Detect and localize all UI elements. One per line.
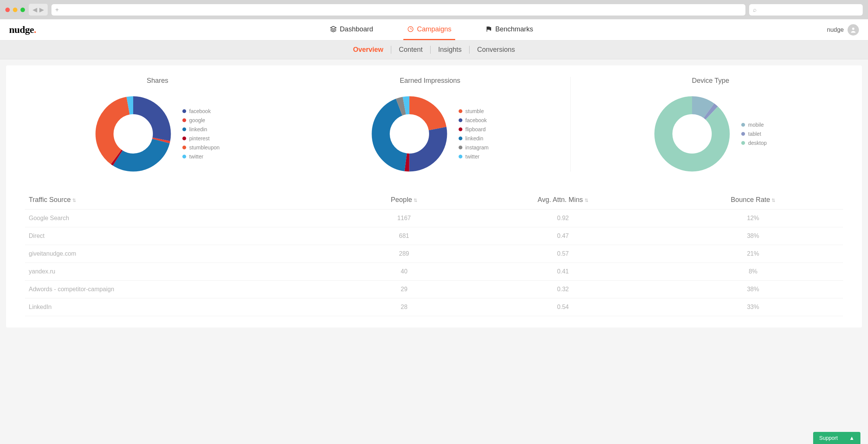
svg-marker-0	[330, 26, 336, 29]
subnav-content[interactable]: Content	[391, 46, 431, 54]
user-menu[interactable]: nudge	[827, 24, 859, 36]
search-icon: ⌕	[753, 6, 757, 13]
user-label: nudge	[827, 26, 844, 33]
cell-bounce: 38%	[663, 281, 843, 298]
legend-dot-icon	[459, 127, 462, 131]
legend-label: facebook	[189, 108, 211, 114]
donut-shares	[95, 96, 171, 172]
th-bounce-label: Bounce Rate	[731, 196, 770, 203]
logo[interactable]: nudge	[9, 24, 36, 36]
svg-point-8	[104, 105, 162, 163]
svg-point-2	[852, 28, 854, 30]
th-attn[interactable]: Avg. Attn. Mins⇅	[463, 191, 663, 210]
subnav-conversions[interactable]: Conversions	[470, 46, 523, 54]
cell-bounce: 33%	[663, 298, 843, 316]
maximize-window-icon[interactable]	[20, 8, 25, 12]
chart-shares-title: Shares	[25, 77, 290, 85]
flag-icon	[485, 26, 492, 33]
minimize-window-icon[interactable]	[13, 8, 17, 12]
charts-row: Shares facebookgooglelinkedinpinterestst…	[25, 77, 843, 172]
legend-label: twitter	[189, 154, 203, 160]
chart-shares: Shares facebookgooglelinkedinpinterestst…	[25, 77, 290, 172]
legend-item: instagram	[459, 144, 488, 151]
nav-benchmarks[interactable]: Benchmarks	[482, 19, 537, 40]
url-bar[interactable]: +	[51, 4, 745, 16]
legend-label: linkedin	[189, 126, 207, 132]
legend-label: flipboard	[465, 126, 486, 132]
cell-people: 40	[345, 263, 463, 281]
nav-campaigns[interactable]: Campaigns	[403, 19, 455, 40]
legend-earned: stumblefacebookflipboardlinkedininstagra…	[459, 108, 488, 160]
traffic-table: Traffic Source⇅ People⇅ Avg. Attn. Mins⇅…	[25, 191, 843, 316]
cell-bounce: 12%	[663, 210, 843, 227]
legend-label: google	[189, 117, 205, 123]
th-bounce[interactable]: Bounce Rate⇅	[663, 191, 843, 210]
legend-dot-icon	[741, 141, 745, 145]
subnav-insights[interactable]: Insights	[431, 46, 470, 54]
th-people[interactable]: People⇅	[345, 191, 463, 210]
browser-chrome: ◀ ▶ + ⌕	[0, 0, 868, 19]
cell-source: yandex.ru	[25, 263, 345, 281]
legend-dot-icon	[182, 155, 186, 158]
subnav: Overview Content Insights Conversions	[0, 40, 868, 59]
legend-dot-icon	[459, 137, 462, 140]
cell-source: Adwords - competitor-campaign	[25, 281, 345, 298]
table-row: Google Search11670.9212%	[25, 210, 843, 227]
svg-point-1	[408, 26, 413, 32]
cell-people: 681	[345, 227, 463, 245]
donut-earned	[372, 96, 447, 172]
gauge-icon	[407, 26, 414, 33]
legend-item: stumbleupon	[182, 144, 219, 151]
subnav-overview[interactable]: Overview	[345, 46, 391, 54]
legend-dot-icon	[182, 146, 186, 149]
th-attn-label: Avg. Attn. Mins	[538, 196, 583, 203]
legend-item: facebook	[459, 117, 488, 123]
legend-dot-icon	[182, 137, 186, 140]
close-window-icon[interactable]	[5, 8, 10, 12]
cell-people: 289	[345, 245, 463, 263]
cell-people: 28	[345, 298, 463, 316]
cell-attn: 0.92	[463, 210, 663, 227]
legend-dot-icon	[741, 123, 745, 127]
cell-source: Google Search	[25, 210, 345, 227]
th-source[interactable]: Traffic Source⇅	[25, 191, 345, 210]
browser-search[interactable]: ⌕	[749, 4, 863, 16]
table-row: giveitanudge.com2890.5721%	[25, 245, 843, 263]
sort-icon: ⇅	[772, 198, 775, 203]
legend-dot-icon	[459, 109, 462, 113]
legend-dot-icon	[182, 127, 186, 131]
legend-item: linkedin	[459, 135, 488, 141]
legend-label: stumble	[465, 108, 484, 114]
chart-device-title: Device Type	[578, 77, 843, 85]
chart-earned: Earned Impressions stumblefacebookflipbo…	[297, 77, 562, 172]
cell-people: 29	[345, 281, 463, 298]
forward-icon[interactable]: ▶	[39, 6, 44, 13]
back-icon[interactable]: ◀	[33, 6, 37, 13]
legend-label: twitter	[465, 154, 479, 160]
top-nav: nudge Dashboard Campaigns Benchmarks nud…	[0, 19, 868, 40]
legend-label: desktop	[748, 140, 767, 146]
sort-icon: ⇅	[414, 198, 417, 203]
legend-item: google	[182, 117, 219, 123]
table-row: Adwords - competitor-campaign290.3238%	[25, 281, 843, 298]
cell-attn: 0.41	[463, 263, 663, 281]
legend-label: pinterest	[189, 135, 210, 141]
legend-label: tablet	[748, 131, 761, 137]
legend-item: desktop	[741, 140, 767, 146]
browser-nav-arrows[interactable]: ◀ ▶	[29, 4, 48, 16]
chart-earned-title: Earned Impressions	[297, 77, 562, 85]
cell-bounce: 21%	[663, 245, 843, 263]
cell-attn: 0.47	[463, 227, 663, 245]
legend-dot-icon	[741, 132, 745, 136]
sort-icon: ⇅	[72, 198, 76, 203]
cell-bounce: 38%	[663, 227, 843, 245]
legend-item: twitter	[459, 154, 488, 160]
th-source-label: Traffic Source	[29, 196, 71, 203]
legend-item: twitter	[182, 154, 219, 160]
legend-label: stumbleupon	[189, 144, 219, 151]
cell-attn: 0.54	[463, 298, 663, 316]
nav-dashboard[interactable]: Dashboard	[326, 19, 377, 40]
cell-source: LinkedIn	[25, 298, 345, 316]
nav-center: Dashboard Campaigns Benchmarks	[36, 19, 827, 40]
legend-dot-icon	[182, 118, 186, 122]
